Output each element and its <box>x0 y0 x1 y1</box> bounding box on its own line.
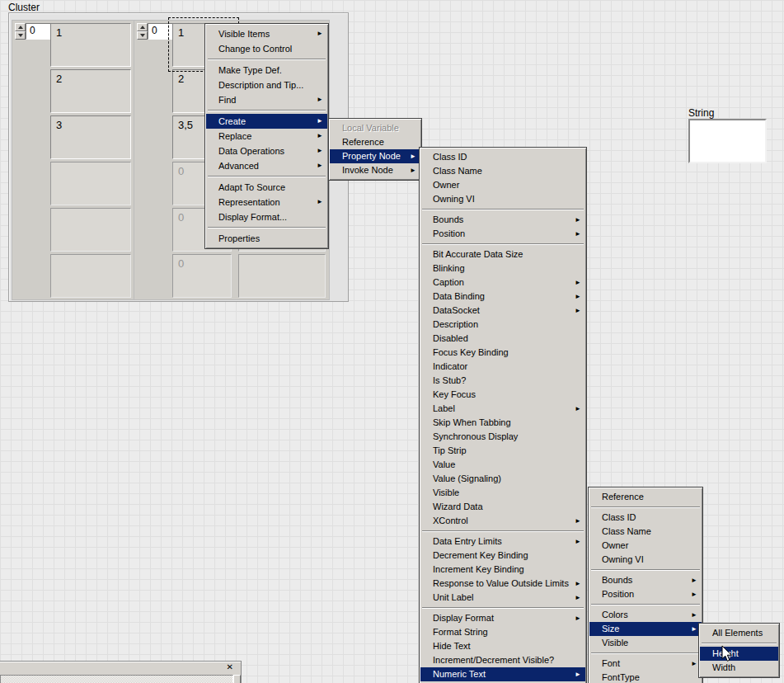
menu-item-tip-strip[interactable]: Tip Strip <box>420 444 585 458</box>
menu-item-display-format[interactable]: Display Format... <box>206 210 327 224</box>
array-element[interactable] <box>50 254 131 298</box>
menu-item-find[interactable]: Find► <box>206 92 327 107</box>
menu-item-value-signaling[interactable]: Value (Signaling) <box>420 472 585 486</box>
menu-item-caption[interactable]: Caption► <box>420 276 585 290</box>
menu-item-bit-accurate-data-size[interactable]: Bit Accurate Data Size <box>420 247 585 261</box>
menu-item-xcontrol[interactable]: XControl► <box>420 514 585 528</box>
menu-item-description[interactable]: Description <box>420 318 585 332</box>
menu-item-value[interactable]: Value <box>420 458 585 472</box>
menu-item-position[interactable]: Position► <box>420 227 585 241</box>
menu-item-properties[interactable]: Properties <box>206 231 327 246</box>
menu-item-create[interactable]: Create► <box>206 114 327 129</box>
menu-item-width[interactable]: Width <box>700 661 778 675</box>
increment-arrow-icon[interactable] <box>15 23 26 31</box>
menu-item-representation[interactable]: Representation► <box>206 195 327 210</box>
close-icon[interactable]: ✕ <box>227 662 233 671</box>
string-label[interactable]: String <box>688 107 714 119</box>
menu-item-reference[interactable]: Reference <box>330 135 420 149</box>
menu-item-class-name[interactable]: Class Name <box>589 525 702 539</box>
menu-item-all-elements[interactable]: All Elements <box>700 626 778 640</box>
menu-item-fonttype[interactable]: FontType <box>589 671 702 683</box>
submenu-arrow-icon: ► <box>575 304 581 318</box>
menu-item-indicator[interactable]: Indicator <box>420 360 585 374</box>
menu-item-unit-label[interactable]: Unit Label► <box>420 591 585 605</box>
menu-item-format-string[interactable]: Format String <box>420 625 585 639</box>
menu-item-label: Create <box>218 116 246 126</box>
menu-item-visible[interactable]: Visible <box>589 636 702 650</box>
menu-item-property-node[interactable]: Property Node► <box>330 149 420 163</box>
menu-item-change-to-control[interactable]: Change to Control <box>206 41 327 56</box>
horizontal-scrollbar[interactable] <box>0 675 233 683</box>
menu-item-invoke-node[interactable]: Invoke Node► <box>330 163 420 177</box>
menu-item-label[interactable]: Label► <box>420 402 585 416</box>
menu-item-advanced[interactable]: Advanced► <box>206 158 327 173</box>
menu-item-data-binding[interactable]: Data Binding► <box>420 290 585 304</box>
menu-item-height[interactable]: Height <box>700 647 778 661</box>
array-element[interactable] <box>50 162 131 205</box>
decrement-arrow-icon[interactable] <box>137 31 148 40</box>
menu-item-wizard-data[interactable]: Wizard Data <box>420 500 585 514</box>
array-element[interactable] <box>50 208 131 252</box>
array-element-value: 1 <box>56 26 62 39</box>
menu-item-decrement-key-binding[interactable]: Decrement Key Binding <box>420 549 585 563</box>
menu-item-data-operations[interactable]: Data Operations► <box>206 144 327 158</box>
menu-item-datasocket[interactable]: DataSocket► <box>420 304 585 318</box>
menu-item-numeric-text[interactable]: Numeric Text► <box>420 667 585 681</box>
menu-item-visible-items[interactable]: Visible Items► <box>206 26 327 41</box>
array-1[interactable]: 0 123 <box>12 20 135 300</box>
array-element[interactable]: 1 <box>50 23 131 67</box>
cluster-label[interactable]: Cluster <box>8 2 40 13</box>
menu-item-data-entry-limits[interactable]: Data Entry Limits► <box>420 535 585 549</box>
menu-item-label: Description and Tip... <box>218 80 303 90</box>
menu-item-bounds[interactable]: Bounds► <box>420 213 585 227</box>
menu-item-key-focus[interactable]: Key Focus <box>420 388 585 402</box>
increment-arrow-icon[interactable] <box>137 23 148 31</box>
menu-item-make-type-def[interactable]: Make Type Def. <box>206 63 327 78</box>
menu-item-disabled[interactable]: Disabled <box>420 332 585 346</box>
menu-item-owning-vi[interactable]: Owning VI <box>420 192 585 206</box>
index-spinner[interactable] <box>137 23 148 40</box>
menu-item-bounds[interactable]: Bounds► <box>589 573 702 587</box>
menu-item-increment-key-binding[interactable]: Increment Key Binding <box>420 563 585 577</box>
decrement-arrow-icon[interactable] <box>15 31 26 40</box>
string-control[interactable] <box>688 119 767 163</box>
menu-item-label: Position <box>602 589 634 599</box>
menu-item-focus-key-binding[interactable]: Focus Key Binding <box>420 346 585 360</box>
menu-item-is-stub[interactable]: Is Stub? <box>420 374 585 388</box>
array-1-index-control[interactable]: 0 <box>15 23 51 40</box>
menu-item-replace[interactable]: Replace► <box>206 129 327 144</box>
array-element-value: 3 <box>56 119 62 131</box>
menu-item-blinking[interactable]: Blinking <box>420 261 585 276</box>
menu-item-class-name[interactable]: Class Name <box>420 164 585 178</box>
menu-item-increment-decrement-visible[interactable]: Increment/Decrement Visible? <box>420 653 585 667</box>
menu-separator <box>208 110 326 111</box>
menu-item-local-variable[interactable]: Local Variable <box>330 121 420 135</box>
menu-item-owning-vi[interactable]: Owning VI <box>589 553 702 567</box>
array-1-index-value[interactable]: 0 <box>26 23 51 40</box>
menu-item-size[interactable]: Size► <box>589 622 702 636</box>
menu-item-visible[interactable]: Visible <box>420 486 585 500</box>
array-element[interactable]: 0 <box>172 254 232 298</box>
menu-item-owner[interactable]: Owner <box>420 178 585 192</box>
array-element[interactable]: 3 <box>50 115 131 159</box>
menu-item-description-and-tip[interactable]: Description and Tip... <box>206 78 327 92</box>
menu-item-response-to-value-outside-limits[interactable]: Response to Value Outside Limits► <box>420 577 585 591</box>
menu-item-owner[interactable]: Owner <box>589 539 702 553</box>
menu-item-reference[interactable]: Reference <box>589 490 702 504</box>
index-spinner[interactable] <box>15 23 26 40</box>
menu-item-hide-text[interactable]: Hide Text <box>420 639 585 653</box>
menu-item-adapt-to-source[interactable]: Adapt To Source <box>206 180 327 195</box>
menu-item-label: FontType <box>602 672 640 682</box>
menu-item-colors[interactable]: Colors► <box>589 608 702 622</box>
menu-item-class-id[interactable]: Class ID <box>589 511 702 525</box>
menu-item-class-id[interactable]: Class ID <box>420 150 585 164</box>
menu-item-synchronous-display[interactable]: Synchronous Display <box>420 430 585 444</box>
menu-item-skip-when-tabbing[interactable]: Skip When Tabbing <box>420 416 585 430</box>
menu-item-position[interactable]: Position► <box>589 587 702 601</box>
array-element[interactable] <box>238 254 326 298</box>
submenu-arrow-icon: ► <box>317 158 323 173</box>
array-element[interactable]: 2 <box>50 69 131 113</box>
menu-item-display-format[interactable]: Display Format► <box>420 611 585 625</box>
menu-item-label: Owning VI <box>602 554 644 564</box>
menu-item-font[interactable]: Font► <box>589 657 702 671</box>
